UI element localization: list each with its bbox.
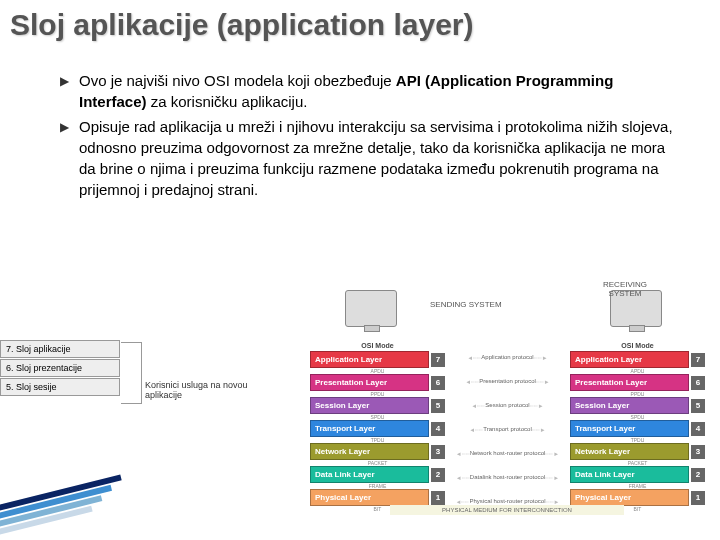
osi-num: 2 (431, 468, 445, 482)
physical-medium-label: PHYSICAL MEDIUM FOR INTERCONNECTION (390, 505, 624, 515)
protocol-label: ◄┄┄ Session protocol ┄┄► (450, 396, 565, 414)
osi-diagram: SENDING SYSTEM RECEIVING SYSTEM OSI Mode… (290, 290, 710, 520)
osi-layer-6: Presentation Layer (570, 374, 689, 391)
osi-header: OSI Mode (310, 340, 445, 351)
osi-layer-6: Presentation Layer (310, 374, 429, 391)
osi-row: Transport Layer4 (310, 420, 445, 437)
osi-row: Session Layer5 (570, 397, 705, 414)
layer-box-6: 6. Sloj prezentacije (0, 359, 120, 377)
osi-row: Physical Layer1 (310, 489, 445, 506)
left-boxes: 7. Sloj aplikacije 6. Sloj prezentacije … (0, 340, 120, 397)
osi-row: Transport Layer4 (570, 420, 705, 437)
receiving-label: RECEIVING SYSTEM (590, 280, 660, 298)
osi-layer-5: Session Layer (570, 397, 689, 414)
bracket-icon (121, 342, 142, 404)
osi-num: 7 (431, 353, 445, 367)
monitor-icon (345, 290, 397, 327)
osi-num: 5 (431, 399, 445, 413)
osi-num: 4 (431, 422, 445, 436)
content-area: ▶ Ovo je najviši nivo OSI modela koji ob… (0, 50, 720, 200)
osi-num: 7 (691, 353, 705, 367)
osi-layer-7: Application Layer (310, 351, 429, 368)
osi-row: Session Layer5 (310, 397, 445, 414)
osi-stack-left: OSI Mode Application Layer7APDUPresentat… (310, 340, 445, 512)
slide-title: Sloj aplikacije (application layer) (0, 0, 720, 50)
decorative-flash (0, 495, 120, 540)
osi-row: Presentation Layer6 (310, 374, 445, 391)
osi-row: Application Layer7 (310, 351, 445, 368)
left-diagram: 7. Sloj aplikacije 6. Sloj prezentacije … (0, 340, 260, 460)
protocol-label: ◄┄┄ Network host-router protocol ┄┄► (450, 444, 565, 462)
protocol-label: ◄┄┄ Presentation protocol ┄┄► (450, 372, 565, 390)
osi-num: 3 (431, 445, 445, 459)
layer-box-7: 7. Sloj aplikacije (0, 340, 120, 358)
osi-layer-2: Data Link Layer (310, 466, 429, 483)
sending-label: SENDING SYSTEM (430, 300, 502, 309)
bullet-2: ▶ Opisuje rad aplikacija u mreži i njiho… (60, 116, 680, 200)
osi-num: 6 (431, 376, 445, 390)
osi-layer-4: Transport Layer (570, 420, 689, 437)
layer-box-5: 5. Sloj sesije (0, 378, 120, 396)
bullet-marker-icon: ▶ (60, 73, 69, 112)
bullet-text: Opisuje rad aplikacija u mreži i njihovu… (79, 116, 680, 200)
osi-row: Physical Layer1 (570, 489, 705, 506)
osi-num: 1 (431, 491, 445, 505)
osi-layer-1: Physical Layer (310, 489, 429, 506)
protocol-label: ◄┄┄ Datalink host-router protocol ┄┄► (450, 468, 565, 486)
osi-num: 4 (691, 422, 705, 436)
osi-row: Network Layer3 (570, 443, 705, 460)
osi-layer-3: Network Layer (310, 443, 429, 460)
osi-num: 6 (691, 376, 705, 390)
protocol-label: ◄┄┄ Transport protocol ┄┄► (450, 420, 565, 438)
osi-layer-4: Transport Layer (310, 420, 429, 437)
osi-layer-2: Data Link Layer (570, 466, 689, 483)
osi-row: Presentation Layer6 (570, 374, 705, 391)
osi-row: Network Layer3 (310, 443, 445, 460)
osi-row: Application Layer7 (570, 351, 705, 368)
osi-header: OSI Mode (570, 340, 705, 351)
osi-num: 1 (691, 491, 705, 505)
osi-num: 3 (691, 445, 705, 459)
osi-row: Data Link Layer2 (310, 466, 445, 483)
osi-num: 2 (691, 468, 705, 482)
osi-layer-7: Application Layer (570, 351, 689, 368)
osi-layer-1: Physical Layer (570, 489, 689, 506)
bullet-marker-icon: ▶ (60, 119, 69, 200)
osi-layer-3: Network Layer (570, 443, 689, 460)
osi-row: Data Link Layer2 (570, 466, 705, 483)
bullet-text: Ovo je najviši nivo OSI modela koji obez… (79, 70, 680, 112)
bullet-1: ▶ Ovo je najviši nivo OSI modela koji ob… (60, 70, 680, 112)
osi-num: 5 (691, 399, 705, 413)
osi-stack-right: OSI Mode Application Layer7APDUPresentat… (570, 340, 705, 512)
left-caption: Korisnici usluga na novou aplikacije (145, 380, 265, 400)
protocol-column: ◄┄┄ Application protocol ┄┄►◄┄┄ Presenta… (450, 348, 565, 516)
protocol-label: ◄┄┄ Application protocol ┄┄► (450, 348, 565, 366)
osi-layer-5: Session Layer (310, 397, 429, 414)
